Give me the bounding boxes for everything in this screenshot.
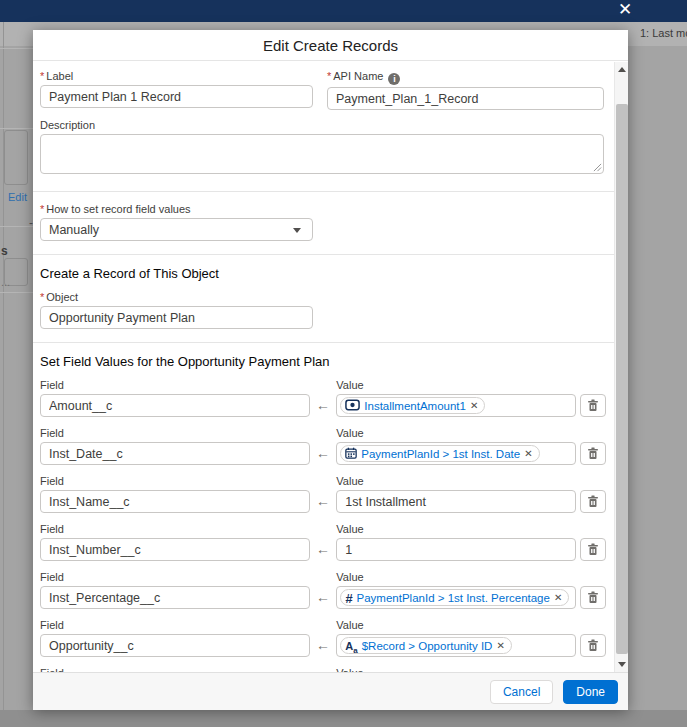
field-value-row: Field ← Value Aa $Record > Opportunity I…	[40, 619, 606, 657]
api-name-field-label: *API Namei	[327, 70, 604, 85]
field-value-rows: Field ← Value InstallmentAmount1 ✕	[40, 379, 606, 672]
section-divider	[33, 191, 628, 192]
delete-row-button[interactable]	[580, 538, 606, 561]
value-input[interactable]: # PaymentPlanId > 1st Inst. Percentage ✕	[336, 586, 576, 609]
pill-remove-icon[interactable]: ✕	[524, 449, 532, 459]
field-label: Field	[40, 619, 310, 632]
label-input[interactable]	[40, 85, 313, 108]
value-pill[interactable]: # PaymentPlanId > 1st Inst. Percentage ✕	[340, 589, 569, 606]
pill-label: PaymentPlanId > 1st Inst. Percentage	[357, 592, 550, 604]
field-input[interactable]	[40, 634, 310, 657]
required-marker: *	[327, 70, 331, 82]
value-pill[interactable]: PaymentPlanId > 1st Inst. Date ✕	[340, 445, 539, 462]
close-icon[interactable]: ✕	[612, 0, 638, 22]
currency-icon	[345, 397, 360, 415]
left-arrow-icon: ←	[310, 394, 337, 417]
field-value-row: Field ← Value InstallmentAmount1 ✕	[40, 379, 606, 417]
value-label: Value	[336, 523, 576, 536]
trash-icon	[587, 591, 599, 604]
field-input[interactable]	[40, 538, 310, 561]
required-marker: *	[40, 203, 44, 215]
info-icon[interactable]: i	[388, 73, 400, 85]
value-text: 1st Installment	[340, 495, 426, 509]
delete-row-button[interactable]	[580, 442, 606, 465]
delete-row-button[interactable]	[580, 634, 606, 657]
pill-label: $Record > Opportunity ID	[362, 640, 493, 652]
field-label: Field	[40, 571, 310, 584]
field-label: Field	[40, 427, 310, 440]
value-text: 1	[340, 543, 352, 557]
left-arrow-icon: ←	[310, 586, 337, 609]
trash-icon	[587, 639, 599, 652]
modal-header: Edit Create Records	[33, 30, 628, 61]
how-to-set-value[interactable]	[40, 218, 313, 241]
api-name-input[interactable]	[327, 87, 604, 110]
field-input[interactable]	[40, 586, 310, 609]
delete-row-button[interactable]	[580, 586, 606, 609]
value-input[interactable]: Aa $Record > Opportunity ID ✕	[336, 634, 576, 657]
edit-create-records-modal: Edit Create Records *Label *API Namei De…	[33, 30, 628, 710]
section-divider	[33, 342, 628, 343]
value-label: Value	[336, 427, 576, 440]
object-section-heading: Create a Record of This Object	[40, 266, 606, 281]
trash-icon	[587, 543, 599, 556]
value-label: Value	[336, 571, 576, 584]
field-value-row: Field ← Value PaymentPlanId > 1st Inst. …	[40, 427, 606, 465]
left-arrow-icon: ←	[310, 634, 337, 657]
value-input[interactable]: InstallmentAmount1 ✕	[336, 394, 576, 417]
field-label: Field	[40, 523, 310, 536]
values-section-heading: Set Field Values for the Opportunity Pay…	[40, 354, 606, 369]
delete-row-button[interactable]	[580, 394, 606, 417]
value-label: Value	[336, 379, 576, 392]
field-input[interactable]	[40, 490, 310, 513]
modal-scrollbar[interactable]	[614, 62, 628, 672]
how-to-set-combobox[interactable]	[40, 218, 313, 241]
pill-remove-icon[interactable]: ✕	[554, 593, 562, 603]
trash-icon	[587, 447, 599, 460]
triangle-up-icon	[618, 67, 626, 72]
background-text-fragment: s	[1, 244, 8, 258]
modal-footer: Cancel Done	[33, 672, 628, 710]
modal-title: Edit Create Records	[263, 37, 398, 54]
scroll-down-button[interactable]	[615, 657, 629, 672]
pill-remove-icon[interactable]: ✕	[496, 641, 504, 651]
field-input[interactable]	[40, 394, 310, 417]
value-pill[interactable]: InstallmentAmount1 ✕	[340, 397, 485, 414]
number-icon: #	[345, 591, 352, 606]
done-button[interactable]: Done	[563, 680, 618, 704]
background-text-fragment: ...	[1, 276, 10, 288]
field-value-row: Field ← Value # PaymentPlanId > 1st Inst…	[40, 571, 606, 609]
background-panel-box	[4, 130, 28, 185]
left-arrow-icon: ←	[310, 442, 337, 465]
scroll-up-button[interactable]	[615, 62, 629, 77]
background-divider	[0, 48, 33, 49]
background-edit-link: Edit	[8, 191, 27, 203]
left-arrow-icon: ←	[310, 538, 337, 561]
label-field-label: *Label	[40, 70, 313, 83]
text-icon: Aa	[345, 636, 357, 655]
value-pill[interactable]: Aa $Record > Opportunity ID ✕	[340, 637, 512, 654]
pill-label: InstallmentAmount1	[364, 400, 466, 412]
value-label: Value	[336, 475, 576, 488]
field-input[interactable]	[40, 442, 310, 465]
value-input[interactable]: PaymentPlanId > 1st Inst. Date ✕	[336, 442, 576, 465]
background-dimmed-strip	[0, 710, 687, 727]
cancel-button[interactable]: Cancel	[490, 680, 553, 704]
section-divider	[33, 254, 628, 255]
background-divider	[0, 292, 33, 293]
value-input[interactable]: 1	[336, 538, 576, 561]
delete-row-button[interactable]	[580, 490, 606, 513]
left-arrow-icon: ←	[310, 490, 337, 513]
description-textarea[interactable]	[40, 134, 604, 174]
how-to-set-label: *How to set record field values	[40, 203, 606, 216]
pill-remove-icon[interactable]: ✕	[470, 401, 478, 411]
calendar-icon	[345, 445, 357, 463]
scrollbar-thumb[interactable]	[616, 104, 628, 654]
text-icon: Aa	[345, 640, 357, 652]
required-marker: *	[40, 70, 44, 82]
trash-icon	[587, 495, 599, 508]
object-input[interactable]	[40, 306, 313, 329]
value-input[interactable]: 1st Installment	[336, 490, 576, 513]
chevron-down-icon	[293, 228, 301, 233]
pill-label: PaymentPlanId > 1st Inst. Date	[361, 448, 520, 460]
